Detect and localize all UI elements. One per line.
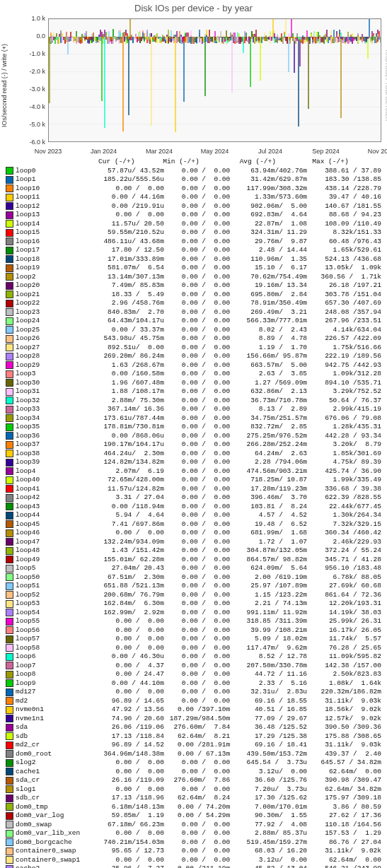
avg-value: 2.33 / 5.16 (230, 679, 307, 688)
min-value: 0.00 / 0.00 (164, 379, 230, 388)
max-value: 14.19k/ 38.03 (307, 609, 381, 618)
color-swatch (6, 600, 13, 608)
series-name: loop1 (16, 175, 90, 184)
series-name: loop7 (16, 662, 90, 671)
legend-row: loop53162.84m/ 6.30m0.00 / 0.002.21 / 74… (6, 599, 381, 609)
legend-row: sda26.06 /119.06276.60m/ 7.8436.48 /125.… (6, 723, 381, 732)
min-value: 0.00 / 0.00 (164, 626, 230, 635)
legend-row: loop460.00 / 0.000.00 / 0.00681.99m/ 1.6… (6, 529, 381, 538)
legend-row: loop35178.81m/730.81m0.00 / 0.00832.72m/… (6, 423, 381, 432)
min-value: 0.00 / 54.29m (164, 811, 230, 821)
min-value: 0.00 / 0.00 (164, 662, 230, 671)
series-name: loop43 (16, 503, 90, 512)
chart-title: Disk IOs per device - by year (0, 0, 387, 15)
avg-value: 3.12u/ 0.00 (230, 856, 307, 865)
y-tick: -4.0 k (24, 103, 45, 110)
avg-value: 17.29 /125.38 (230, 732, 307, 741)
max-value: 25.99k/ 26.31 (307, 617, 381, 626)
cur-value: 190.17m/104.17u (90, 440, 164, 450)
max-value: 22.44k/677.45 (307, 503, 381, 512)
x-tick: May 2024 (201, 148, 229, 155)
max-value: 303.78 /151.04 (307, 291, 381, 300)
legend-row: loop301.96 /607.48m0.00 / 0.001.27 /569.… (6, 379, 381, 388)
min-value: 0.00 / 0.00 (164, 352, 230, 361)
legend-row: dom0_borgcache740.21m/154.03m0.00 / 0.00… (6, 838, 381, 848)
series-name: loop34 (16, 414, 90, 423)
color-swatch (6, 282, 13, 290)
avg-value: 718.25m/ 10.87 (230, 476, 307, 485)
avg-value: 77.92 / 4.08 (230, 821, 307, 830)
series-name: slog2 (16, 758, 90, 768)
color-swatch (6, 768, 13, 775)
cur-value: 0.00 / 0.00 (90, 688, 164, 697)
max-value: 2.50k/823.83 (307, 670, 381, 679)
avg-value: 3.12u/ 0.00 (230, 768, 307, 777)
legend-row: slog20.00 / 0.000.00 / 0.00645.54 / 3.73… (6, 758, 381, 768)
min-value: 0.00 / 0.00 (164, 175, 230, 184)
color-swatch (6, 520, 13, 528)
legend-row: loop527.04m/ 20.430.00 / 0.00624.09m/ 5.… (6, 564, 381, 573)
cur-value: 57.87u/ 43.52m (90, 167, 164, 176)
color-swatch (6, 591, 13, 599)
legend-row: loop110.00 / 44.16m0.00 / 0.001.33m/573.… (6, 193, 381, 202)
color-swatch (6, 264, 13, 272)
cur-value: 26.06 /119.06 (90, 723, 164, 732)
color-swatch (6, 556, 13, 563)
cur-value: 5.94 / 4.64 (90, 511, 164, 520)
max-value: 157.53 / 1.29 (307, 829, 381, 838)
series-name: loop52 (16, 591, 90, 600)
max-value: 622.39 /828.55 (307, 493, 381, 503)
series-name: loop40 (16, 476, 90, 485)
avg-value: 8.13 / 2.89 (230, 405, 307, 414)
cur-value: 486.11u/ 43.68m (90, 237, 164, 247)
avg-value: 5.09 / 18.02m (230, 635, 307, 644)
avg-value: 663.57m/ 5.00 (230, 361, 307, 370)
max-value: 62.64m/ 0.00 (307, 768, 381, 777)
x-tick: Nov 2023 (35, 148, 62, 155)
series-name: loop10 (16, 184, 90, 194)
max-value: 175.97 /309.18 (307, 794, 381, 803)
max-value: 438.14 /228.79 (307, 184, 381, 194)
max-value: 8.32k/151.33 (307, 228, 381, 237)
min-value: 187.29m/984.50m (164, 715, 230, 724)
series-name: dom0_tmp (16, 803, 90, 812)
avg-value: 1.72 / 1.07 (230, 538, 307, 547)
series-name: loop13 (16, 211, 90, 220)
color-swatch (6, 662, 13, 669)
cur-value: 17.13 /118.84 (90, 732, 164, 741)
legend-row: loop222.96 /458.76m0.00 / 0.0078.91m/350… (6, 299, 381, 308)
min-value: 0.00 / 0.00 (164, 370, 230, 379)
max-value: 60.48 /976.43 (307, 237, 381, 247)
min-value: 0.00 / 74.20m (164, 803, 230, 812)
legend-row: loop457.41 /697.86m0.00 / 0.0019.48 / 6.… (6, 520, 381, 529)
min-value: 0.00 /397.10m (164, 705, 230, 715)
max-value: 388.61 / 37.89 (307, 167, 381, 176)
series-name: loop45 (16, 520, 90, 529)
min-value: 0.00 / 0.00 (164, 317, 230, 326)
min-value: 0.00 / 0.00 (164, 476, 230, 485)
legend-row: loop39124.82m/134.82m0.00 / 0.002.28 /79… (6, 458, 381, 467)
color-swatch (6, 785, 13, 793)
legend-row: loop481.43 /151.42m0.00 / 0.00304.87m/13… (6, 546, 381, 556)
max-value: 110.18 /164.56 (307, 821, 381, 830)
min-value: 0.00 / 0.00 (164, 617, 230, 626)
avg-value: 2.88m/ 85.37u (230, 829, 307, 838)
series-name: sdb_cr (16, 794, 90, 803)
max-value: 86.76 / 27.04 (307, 838, 381, 848)
avg-value: 117.99m/308.32m (230, 184, 307, 194)
cur-value: 67.51m/ 2.30m (90, 573, 164, 582)
series-name: loop47 (16, 538, 90, 547)
series-name: loop28 (16, 352, 90, 361)
avg-value: 266.28m/252.24m (230, 440, 307, 450)
max-value: 31.11k/ 9.03k (307, 697, 381, 706)
legend-row: loop47132.24m/934.09m0.00 / 0.001.72 / 1… (6, 538, 381, 547)
color-swatch (6, 635, 13, 643)
cur-value: 464.24u/ 2.30m (90, 450, 164, 459)
min-value: 0.00 / 0.00 (164, 758, 230, 768)
avg-value: 15.10 / 6.17 (230, 264, 307, 273)
cur-value: 200.68m/ 76.79m (90, 591, 164, 600)
cur-value: 0.00 / 0.00 (90, 758, 164, 768)
min-value: 0.00 / 0.00 (164, 414, 230, 423)
cur-value: 0.00 / 4.37 (90, 662, 164, 671)
avg-value: 117.47m/ 9.62m (230, 644, 307, 653)
